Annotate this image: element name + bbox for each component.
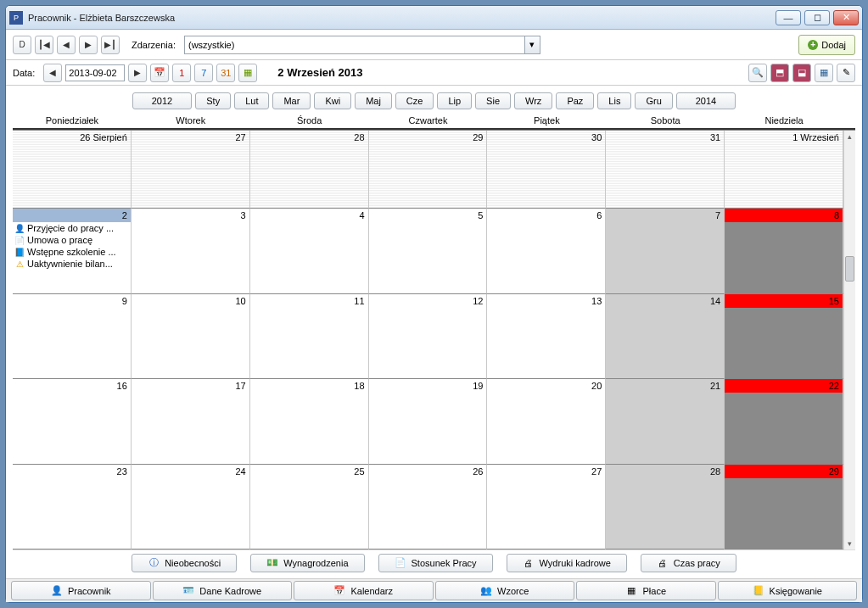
month-btn-paz[interactable]: Paz xyxy=(556,92,594,109)
day-cell-selected[interactable]: 2 👤Przyjęcie do pracy ... 📄Umowa o pracę… xyxy=(13,209,132,294)
day-cell[interactable]: 11 xyxy=(250,294,369,380)
day-cell[interactable]: 16 xyxy=(13,379,132,465)
day-cell[interactable]: 10 xyxy=(132,294,250,380)
view-icon-2[interactable]: 1 xyxy=(172,64,191,82)
action-salaries[interactable]: 💵Wynagrodzenia xyxy=(250,554,364,572)
day-cell[interactable]: 26 xyxy=(369,465,488,550)
tab-calendar[interactable]: 📅Kalendarz xyxy=(294,581,434,600)
action-employment[interactable]: 📄Stosunek Pracy xyxy=(378,554,493,572)
add-button[interactable]: + Dodaj xyxy=(798,35,855,55)
warning-icon: ⚠ xyxy=(14,259,25,269)
people-icon: 👥 xyxy=(480,585,492,597)
month-btn-lip[interactable]: Lip xyxy=(437,92,472,109)
tab-payroll[interactable]: ▦Płace xyxy=(576,581,716,600)
day-cell[interactable]: 13 xyxy=(487,294,606,380)
tab-accounting[interactable]: 📒Księgowanie xyxy=(718,581,858,600)
scroll-up-icon[interactable]: ▴ xyxy=(844,131,855,142)
month-btn-mar[interactable]: Mar xyxy=(272,92,311,109)
add-button-label: Dodaj xyxy=(821,40,846,50)
day-cell[interactable]: 23 xyxy=(13,465,132,550)
weekday-sun: Niedziela xyxy=(725,113,843,128)
minimize-button[interactable]: — xyxy=(776,10,801,25)
prev-year-button[interactable]: 2012 xyxy=(132,92,192,109)
month-btn-sty[interactable]: Sty xyxy=(195,92,231,109)
month-btn-sie[interactable]: Sie xyxy=(475,92,511,109)
day-cell[interactable]: 20 xyxy=(487,379,606,465)
day-cell[interactable]: 26 Sierpień xyxy=(13,131,132,209)
month-btn-lut[interactable]: Lut xyxy=(234,92,269,109)
day-cell[interactable]: 9 xyxy=(13,294,132,380)
nav-first-button[interactable]: ┃◀ xyxy=(35,36,53,54)
tool-icon-1[interactable]: ⬒ xyxy=(770,64,789,82)
event-item[interactable]: 📘Wstępne szkolenie ... xyxy=(13,246,131,258)
view-icon-5[interactable]: ▦ xyxy=(238,64,257,82)
day-cell[interactable]: 29 xyxy=(369,131,488,209)
user-icon: 👤 xyxy=(14,223,25,233)
day-cell[interactable]: 5 xyxy=(369,209,488,294)
event-item[interactable]: 📄Umowa o pracę xyxy=(13,234,131,246)
day-cell[interactable]: 3 xyxy=(132,209,250,294)
day-cell-sun[interactable]: 29 xyxy=(725,465,843,550)
day-cell[interactable]: 24 xyxy=(132,465,250,550)
action-worktime[interactable]: 🖨Czas pracy xyxy=(641,554,736,572)
day-cell[interactable]: 1 Wrzesień xyxy=(725,131,843,209)
view-icon-3[interactable]: 7 xyxy=(194,64,213,82)
tab-templates[interactable]: 👥Wzorce xyxy=(435,581,575,600)
nav-d-button[interactable]: D xyxy=(13,36,31,54)
month-btn-gru[interactable]: Gru xyxy=(635,92,672,109)
event-item[interactable]: ⚠Uaktywnienie bilan... xyxy=(13,258,131,270)
nav-next-button[interactable]: ▶ xyxy=(79,36,98,54)
day-cell[interactable]: 12 xyxy=(369,294,488,380)
maximize-button[interactable]: ◻ xyxy=(804,10,830,25)
scroll-down-icon[interactable]: ▾ xyxy=(844,538,855,549)
month-btn-maj[interactable]: Maj xyxy=(355,92,392,109)
calendar-grid: 26 Sierpień 27 28 29 30 31 1 Wrzesień ▴ … xyxy=(13,130,855,549)
day-cell-sat[interactable]: 7 xyxy=(606,209,725,294)
day-cell[interactable]: 28 xyxy=(250,131,369,209)
day-cell[interactable]: 30 xyxy=(487,131,606,209)
day-cell-sun[interactable]: 8 xyxy=(725,209,843,294)
scroll-thumb[interactable] xyxy=(845,256,854,282)
day-cell-sat[interactable]: 14 xyxy=(606,294,725,380)
day-cell-sun[interactable]: 22 xyxy=(725,379,843,465)
next-year-button[interactable]: 2014 xyxy=(676,92,736,109)
chevron-down-icon[interactable]: ▾ xyxy=(524,36,540,53)
grid-icon: ▦ xyxy=(625,585,637,597)
month-btn-lis[interactable]: Lis xyxy=(597,92,631,109)
day-cell[interactable]: 17 xyxy=(132,379,250,465)
day-cell-sat[interactable]: 28 xyxy=(606,465,725,550)
day-cell[interactable]: 27 xyxy=(487,465,606,550)
day-cell[interactable]: 4 xyxy=(250,209,369,294)
close-button[interactable]: ✕ xyxy=(833,10,859,25)
tab-employee[interactable]: 👤Pracownik xyxy=(11,581,151,600)
event-item[interactable]: 👤Przyjęcie do pracy ... xyxy=(13,222,131,234)
events-combobox[interactable]: (wszystkie) ▾ xyxy=(184,36,540,54)
tool-icon-2[interactable]: ⬓ xyxy=(792,64,811,82)
tool-icon-3[interactable]: ▦ xyxy=(815,64,833,82)
month-btn-wrz[interactable]: Wrz xyxy=(514,92,552,109)
day-cell[interactable]: 31 xyxy=(606,131,725,209)
view-icon-1[interactable]: 📅 xyxy=(150,64,169,82)
action-reports[interactable]: 🖨Wydruki kadrowe xyxy=(507,554,627,572)
month-btn-cze[interactable]: Cze xyxy=(395,92,434,109)
day-cell[interactable]: 19 xyxy=(369,379,488,465)
day-cell[interactable]: 6 xyxy=(487,209,606,294)
tab-hr-data[interactable]: 🪪Dane Kadrowe xyxy=(153,581,293,600)
view-icon-4[interactable]: 31 xyxy=(216,64,235,82)
day-cell-sat[interactable]: 21 xyxy=(606,379,725,465)
calendar-scrollbar[interactable]: ▴ ▾ xyxy=(843,131,855,549)
day-cell[interactable]: 18 xyxy=(250,379,369,465)
date-input[interactable]: 2013-09-02 xyxy=(65,64,125,81)
nav-last-button[interactable]: ▶┃ xyxy=(101,36,120,54)
month-btn-kwi[interactable]: Kwi xyxy=(314,92,351,109)
day-cell-sun[interactable]: 15 xyxy=(725,294,843,380)
nav-prev-button[interactable]: ◀ xyxy=(57,36,76,54)
id-icon: 🪪 xyxy=(182,585,194,597)
day-cell[interactable]: 27 xyxy=(132,131,250,209)
day-cell[interactable]: 25 xyxy=(250,465,369,550)
edit-icon[interactable]: ✎ xyxy=(837,64,855,82)
date-next-button[interactable]: ▶ xyxy=(128,64,147,82)
search-icon[interactable]: 🔍 xyxy=(748,64,767,82)
action-absences[interactable]: ⓘNieobecności xyxy=(132,554,237,572)
date-prev-button[interactable]: ◀ xyxy=(43,64,62,82)
